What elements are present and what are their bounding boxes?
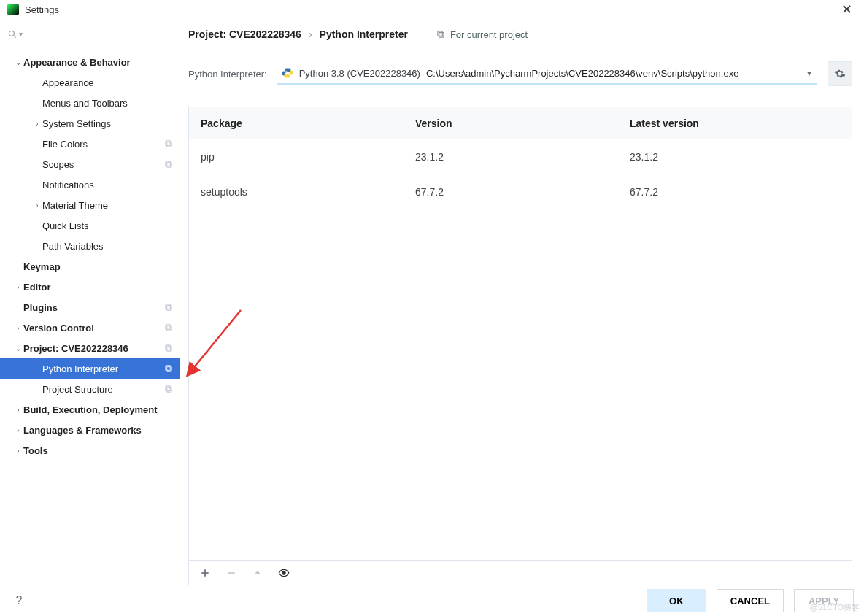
packages-header: Package Version Latest version	[189, 107, 852, 139]
ok-button[interactable]: OK	[647, 589, 706, 612]
chevron-right-icon: ›	[13, 283, 23, 291]
svg-rect-11	[166, 345, 170, 350]
svg-line-1	[14, 35, 16, 37]
sidebar: ▾ ⌄Appearance & BehaviorAppearanceMenus …	[0, 19, 180, 585]
interpreter-settings-button[interactable]	[828, 61, 852, 86]
svg-rect-8	[167, 326, 171, 331]
package-name: setuptools	[189, 186, 415, 198]
sidebar-item-label: System Settings	[42, 118, 174, 129]
svg-rect-4	[167, 163, 171, 167]
package-latest: 67.7.2	[630, 186, 852, 198]
packages-panel: Package Version Latest version pip23.1.2…	[188, 107, 852, 585]
sidebar-item-label: Editor	[23, 282, 174, 293]
sidebar-item-notifications[interactable]: Notifications	[0, 174, 180, 195]
python-icon	[282, 67, 293, 79]
sidebar-item-label: Scopes	[42, 159, 163, 170]
sidebar-item-label: Appearance & Behavior	[23, 57, 174, 68]
packages-toolbar	[189, 560, 852, 585]
sidebar-item-file-colors[interactable]: File Colors	[0, 134, 180, 154]
interpreter-select[interactable]: Python 3.8 (CVE202228346) C:\Users\admin…	[277, 63, 817, 85]
sidebar-item-label: Keymap	[23, 261, 174, 272]
sidebar-item-languages-frameworks[interactable]: ›Languages & Frameworks	[0, 420, 180, 440]
crumb-project[interactable]: Project: CVE202228346	[188, 28, 301, 40]
col-latest[interactable]: Latest version	[630, 118, 852, 129]
breadcrumb: Project: CVE202228346 › Python Interpret…	[188, 23, 852, 45]
cancel-button[interactable]: CANCEL	[717, 589, 784, 612]
copy-icon	[436, 29, 446, 39]
sidebar-item-path-variables[interactable]: Path Variables	[0, 236, 180, 256]
package-name: pip	[189, 151, 415, 163]
sidebar-item-scopes[interactable]: Scopes	[0, 154, 180, 174]
sidebar-item-build-execution-deployment[interactable]: ›Build, Execution, Deployment	[0, 399, 180, 420]
sidebar-item-appearance-behavior[interactable]: ⌄Appearance & Behavior	[0, 52, 180, 72]
svg-rect-7	[166, 304, 170, 309]
packages-body: pip23.1.223.1.2setuptools67.7.267.7.2	[189, 139, 852, 560]
crumb-page: Python Interpreter	[320, 28, 408, 40]
svg-rect-10	[167, 347, 171, 351]
settings-tree: ⌄Appearance & BehaviorAppearanceMenus an…	[0, 52, 180, 461]
svg-rect-15	[166, 386, 170, 390]
sidebar-item-label: Version Control	[23, 323, 163, 334]
app-icon	[7, 4, 19, 15]
sidebar-item-label: Project Structure	[42, 384, 163, 395]
svg-point-21	[282, 571, 285, 574]
sidebar-item-python-interpreter[interactable]: Python Interpreter	[0, 358, 180, 379]
show-early-releases-button[interactable]	[278, 567, 290, 579]
chevron-right-icon: ›	[13, 324, 23, 332]
chevron-right-icon: ›	[309, 28, 312, 40]
package-version: 23.1.2	[415, 151, 630, 163]
search-history-icon[interactable]: ▾	[19, 30, 23, 38]
chevron-down-icon: ⌄	[13, 58, 23, 66]
col-package[interactable]: Package	[189, 118, 415, 129]
col-version[interactable]: Version	[415, 118, 630, 129]
sidebar-item-tools[interactable]: ›Tools	[0, 440, 180, 461]
chevron-down-icon: ⌄	[13, 344, 23, 353]
package-latest: 23.1.2	[630, 151, 852, 163]
dialog-footer: ? OK CANCEL APPLY	[0, 585, 864, 616]
watermark: @51CTO博客	[810, 602, 860, 613]
sidebar-item-project-structure[interactable]: Project Structure	[0, 379, 180, 399]
svg-rect-2	[167, 142, 171, 147]
svg-rect-14	[167, 388, 171, 392]
sidebar-item-label: Menus and Toolbars	[42, 98, 174, 109]
sidebar-item-label: Project: CVE202228346	[23, 343, 163, 354]
package-row[interactable]: setuptools67.7.267.7.2	[189, 174, 852, 209]
sidebar-item-label: Path Variables	[42, 241, 174, 252]
sidebar-item-label: Notifications	[42, 180, 174, 190]
sidebar-item-keymap[interactable]: Keymap	[0, 256, 180, 277]
chevron-right-icon: ›	[32, 120, 42, 128]
sidebar-item-system-settings[interactable]: ›System Settings	[0, 113, 180, 134]
search-input[interactable]: ▾	[0, 26, 174, 47]
sidebar-item-label: Build, Execution, Deployment	[23, 404, 174, 415]
svg-point-0	[9, 31, 14, 36]
sidebar-item-label: Plugins	[23, 302, 163, 313]
upgrade-package-button[interactable]	[252, 567, 263, 579]
remove-package-button[interactable]	[225, 567, 237, 579]
sidebar-item-label: Languages & Frameworks	[23, 425, 174, 436]
close-icon[interactable]: ✕	[837, 1, 857, 18]
sidebar-item-version-control[interactable]: ›Version Control	[0, 317, 180, 338]
sidebar-item-appearance[interactable]: Appearance	[0, 72, 180, 93]
interpreter-label: Python Interpreter:	[188, 69, 267, 80]
sidebar-item-project-cve202228346[interactable]: ⌄Project: CVE202228346	[0, 338, 180, 358]
scope-badge: For current project	[436, 29, 528, 40]
help-button[interactable]: ?	[10, 592, 28, 609]
interpreter-path: C:\Users\admin\PycharmProjects\CVE202228…	[426, 68, 738, 79]
sidebar-item-quick-lists[interactable]: Quick Lists	[0, 215, 180, 236]
window-title: Settings	[25, 4, 59, 15]
svg-rect-17	[438, 31, 442, 36]
chevron-down-icon[interactable]: ▼	[806, 69, 813, 77]
sidebar-item-label: Python Interpreter	[42, 363, 163, 374]
sidebar-item-editor[interactable]: ›Editor	[0, 277, 180, 297]
svg-rect-3	[166, 141, 170, 145]
package-version: 67.7.2	[415, 186, 630, 198]
titlebar: Settings ✕	[0, 0, 864, 19]
sidebar-item-plugins[interactable]: Plugins	[0, 297, 180, 317]
sidebar-item-material-theme[interactable]: ›Material Theme	[0, 195, 180, 215]
svg-rect-6	[167, 306, 171, 310]
add-package-button[interactable]	[199, 567, 211, 579]
sidebar-item-menus-and-toolbars[interactable]: Menus and Toolbars	[0, 93, 180, 113]
package-row[interactable]: pip23.1.223.1.2	[189, 139, 852, 174]
chevron-right-icon: ›	[13, 406, 23, 414]
scope-badge-label: For current project	[450, 29, 528, 40]
